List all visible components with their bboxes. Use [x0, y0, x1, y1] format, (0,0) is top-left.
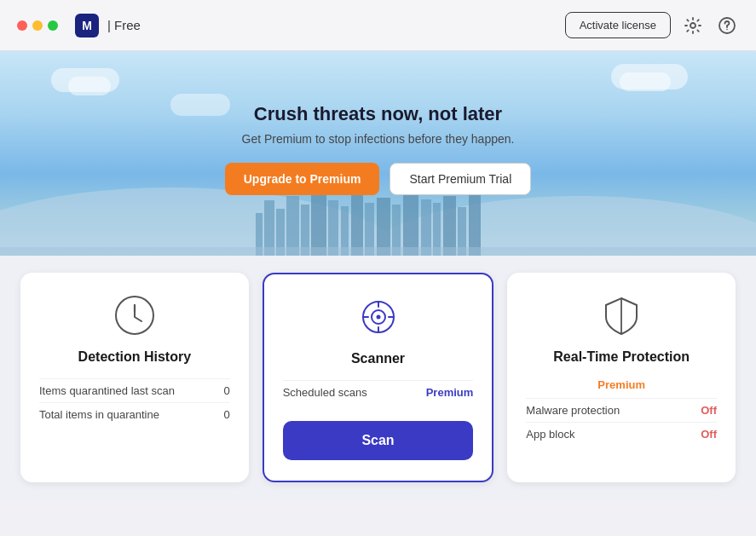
hero-title: Crush threats now, not later [225, 103, 532, 125]
svg-rect-23 [0, 247, 756, 256]
app-block-value: Off [701, 428, 717, 441]
total-quarantine-value: 0 [223, 408, 229, 421]
detection-history-title: Detection History [39, 349, 230, 365]
scheduled-scans-value: Premium [426, 386, 474, 399]
hero-banner: Crush threats now, not later Get Premium… [0, 51, 756, 256]
detection-history-icon [113, 293, 157, 337]
malware-protection-value: Off [701, 404, 717, 417]
svg-point-31 [376, 315, 380, 320]
svg-rect-8 [286, 196, 299, 256]
title-bar-right: Activate license [565, 12, 739, 38]
activate-license-button[interactable]: Activate license [565, 12, 671, 38]
realtime-protection-card: Real-Time Protection Premium Malware pro… [507, 273, 736, 482]
svg-rect-10 [311, 192, 326, 256]
app-block-row: App block Off [526, 422, 717, 446]
app-title: | Free [107, 18, 141, 32]
hero-buttons: Upgrade to Premium Start Premium Trial [225, 163, 532, 195]
malware-protection-row: Malware protection Off [526, 398, 717, 422]
protection-title: Real-Time Protection [526, 349, 717, 365]
start-trial-button[interactable]: Start Premium Trial [390, 163, 531, 195]
total-quarantine-label: Total items in quarantine [39, 408, 159, 421]
malware-protection-label: Malware protection [526, 404, 620, 417]
cards-section: Detection History Items quarantined last… [0, 256, 756, 499]
help-icon [718, 16, 736, 35]
app-logo: M [75, 14, 99, 37]
svg-rect-13 [351, 194, 363, 256]
title-bar: M | Free Activate license [0, 0, 756, 51]
detection-icon-wrap [39, 293, 230, 337]
svg-point-0 [690, 23, 695, 28]
cloud-2 [68, 77, 111, 95]
scheduled-scans-label: Scheduled scans [283, 386, 367, 399]
quarantine-last-scan-value: 0 [223, 384, 229, 397]
quarantine-last-scan-label: Items quarantined last scan [39, 384, 175, 397]
scan-button[interactable]: Scan [283, 421, 474, 460]
cloud-5 [170, 94, 230, 116]
logo-letter: M [82, 19, 92, 32]
svg-rect-20 [443, 196, 456, 256]
cloud-4 [620, 72, 671, 91]
svg-rect-17 [403, 191, 418, 256]
svg-point-2 [726, 28, 728, 30]
detection-history-card: Detection History Items quarantined last… [20, 273, 249, 482]
traffic-lights [17, 20, 58, 31]
maximize-button[interactable] [48, 20, 58, 31]
hero-content: Crush threats now, not later Get Premium… [225, 103, 532, 195]
scanner-card: Scanner Scheduled scans Premium Scan [263, 273, 494, 482]
protection-premium-badge: Premium [526, 378, 717, 391]
hero-subtitle: Get Premium to stop infections before th… [225, 132, 532, 146]
shield-icon [599, 293, 643, 337]
quarantine-last-scan-row: Items quarantined last scan 0 [39, 378, 230, 402]
close-button[interactable] [17, 20, 27, 31]
gear-icon [684, 16, 702, 35]
title-bar-left: M | Free [17, 14, 141, 37]
svg-rect-15 [377, 198, 390, 256]
help-button[interactable] [715, 14, 739, 37]
scanner-icon-wrap [283, 295, 474, 339]
scheduled-scans-row: Scheduled scans Premium [283, 380, 474, 404]
upgrade-premium-button[interactable]: Upgrade to Premium [225, 163, 380, 195]
svg-rect-22 [469, 193, 481, 256]
app-block-label: App block [526, 428, 574, 441]
scanner-icon [356, 295, 401, 339]
protection-icon-wrap [526, 293, 717, 337]
scanner-title: Scanner [283, 351, 474, 366]
settings-button[interactable] [681, 14, 705, 37]
minimize-button[interactable] [32, 20, 43, 31]
total-quarantine-row: Total items in quarantine 0 [39, 402, 230, 426]
